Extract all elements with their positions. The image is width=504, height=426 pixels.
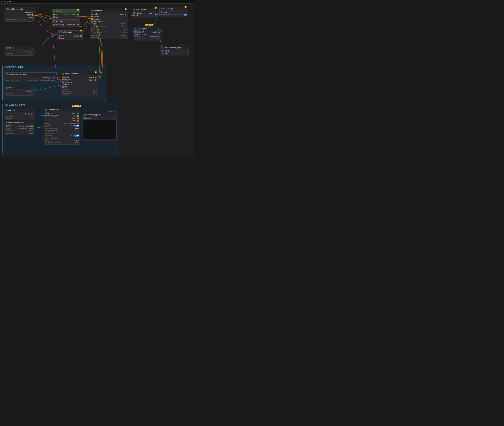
image-to-text-group-title: IMAGE TO TEXT: [4, 104, 26, 107]
node-canvas[interactable]: CONQUER: [0, 0, 194, 158]
save-image-body: images filename_prefix 6: [160, 10, 188, 17]
clip-output: CLIP: [5, 14, 34, 16]
rgthree-label2: rgthree-comfy: [109, 110, 116, 112]
negative-node: Negative conditioning CONDITIONING: [52, 19, 80, 27]
latent-out[interactable]: [125, 14, 126, 15]
load-checkpoint-header: Load Checkpoint: [5, 7, 34, 11]
vae-decode-header: VAE Decode: [132, 8, 158, 11]
color-image-out[interactable]: [158, 32, 160, 33]
get-tile-3-node: Get_Tile IMAGE ◀ Constant Tile ▶ ▲ flore…: [5, 109, 34, 120]
model-socket[interactable]: [31, 12, 33, 14]
image-comparer-title: Image Comparer (rgthree): [164, 47, 182, 49]
florence2run-header: Florence2Run: [44, 108, 80, 111]
positive-indicator: [53, 10, 55, 12]
positive-body: clip CONDITIONING text: [52, 13, 80, 19]
image-target-in[interactable]: [134, 34, 136, 35]
get-tile-2-indicator: [6, 87, 7, 89]
control-net-out[interactable]: [53, 77, 55, 78]
vae-decode-emoji: 🌟: [154, 7, 157, 9]
source-in[interactable]: [84, 117, 86, 119]
text-in-socket[interactable]: [53, 16, 55, 18]
load-controlnet-node: Load ControlNet Model CONTROL_NET ◀ cont…: [5, 72, 56, 82]
right-in[interactable]: [162, 50, 163, 52]
do-sample-toggle[interactable]: [74, 135, 79, 137]
image-comparer-indicator: [162, 47, 163, 49]
conditioning-in-socket[interactable]: [53, 24, 55, 26]
negative-header: Negative: [52, 20, 80, 23]
model-output: MODEL: [5, 11, 34, 14]
florence2run-title: Florence2Run: [48, 109, 59, 111]
display-any-node: Display Any (rgthree) source rgthree-com…: [82, 113, 117, 141]
clip-socket[interactable]: [31, 14, 33, 16]
node-indicator: [6, 8, 7, 10]
get-tile-2-node: Get_Tile IMAGE ◀ Constant Tile ▶: [5, 86, 34, 96]
display-any-body: source: [83, 116, 116, 141]
image-out[interactable]: [155, 13, 156, 14]
florence2-model-out[interactable]: [31, 125, 33, 127]
image-tile2-out[interactable]: [31, 91, 32, 92]
left-in[interactable]: [162, 53, 163, 54]
acn-positive-out[interactable]: [95, 77, 96, 78]
acn-negative-in[interactable]: [62, 79, 64, 80]
get-tile-2-header: Get_Tile: [5, 86, 34, 89]
color-match-title: Color Match: [137, 28, 147, 29]
f2-image-out[interactable]: [77, 113, 79, 114]
vae-in[interactable]: [133, 15, 135, 16]
negative-in[interactable]: [91, 18, 93, 20]
latent-encode-out[interactable]: [80, 35, 82, 37]
acn-vae-in[interactable]: [62, 86, 64, 88]
get-tile-3-body: IMAGE ◀ Constant Tile ▶ ▲ florence2: [5, 112, 34, 120]
vae-decode-title: VAE Decode: [136, 8, 146, 11]
apply-controlnet-title: Apply ControlNet: [65, 73, 79, 75]
f2-caption-out[interactable]: [77, 118, 79, 119]
display-any-header: Display Any (rgthree): [83, 113, 116, 116]
conditioning-input: conditioning CONDITIONING: [52, 23, 80, 26]
acn-image-in[interactable]: [62, 84, 64, 85]
apply-controlnet-emoji: 🌟: [95, 71, 97, 73]
filename-prefix-field[interactable]: [171, 14, 183, 15]
clip-in-socket[interactable]: [53, 14, 55, 15]
f2-image-in[interactable]: [45, 113, 47, 114]
positive-in[interactable]: [91, 16, 93, 17]
vae-decode-body: samples vae IMAGE: [132, 11, 158, 17]
controlnet-group-title: CONTROLNET: [4, 66, 24, 69]
ksampler-title: KSampler: [94, 10, 102, 12]
florence2-sub-label: ▲ florence2: [5, 117, 34, 120]
ksampler-body: model positive negative latent_image LAT…: [90, 12, 128, 39]
acn-control-net-in[interactable]: [62, 81, 64, 83]
display-any-indicator: [84, 114, 86, 116]
model-in[interactable]: [91, 14, 93, 15]
vae-encode-in[interactable]: [59, 37, 60, 39]
load-checkpoint-title: Load Checkpoint: [8, 8, 23, 10]
f2-model-in[interactable]: [45, 115, 47, 117]
conditioning-out-socket2[interactable]: [77, 24, 79, 26]
images-in[interactable]: [161, 11, 162, 13]
f2-mask-out[interactable]: [77, 115, 79, 117]
get-tile-3-header: Get_Tile: [5, 109, 34, 112]
ksampler-emoji: 🌟: [124, 8, 127, 10]
ksampler-indicator: [91, 10, 93, 12]
save-image-indicator: [161, 8, 162, 9]
conditioning-out-socket[interactable]: [77, 14, 79, 15]
get-tile-1-body: IMAGE ◀ Constant Tile ▶: [5, 50, 34, 56]
samples-in[interactable]: [133, 12, 135, 14]
fill-mask-toggle[interactable]: [74, 125, 79, 127]
florence2run-node: Florence2Run image florence2_model image…: [44, 108, 80, 144]
image-comparer-body: RIGHT LEFT: [161, 49, 188, 55]
lora-in[interactable]: [6, 125, 7, 127]
app-title: CONQUER: [1, 1, 14, 3]
acn-positive-in[interactable]: [62, 77, 64, 78]
acn-negative-out[interactable]: [95, 79, 96, 81]
vae-socket[interactable]: [31, 17, 33, 18]
load-checkpoint-body: MODEL CLIP VAE ◀ ckpt_name FLUX/flux1-de…: [5, 11, 34, 21]
get-tile-2-title: Get_Tile: [8, 87, 15, 89]
kjnodes-badge: KJNodes: [145, 24, 153, 26]
load-checkpoint-node: Load Checkpoint MODEL CLIP VAE ◀ ckpt_na…: [5, 7, 35, 22]
florence2run-body: image florence2_model image mask caption…: [44, 111, 80, 144]
latent-in[interactable]: [91, 21, 93, 22]
image-tile3-out[interactable]: [31, 113, 32, 115]
pixels-in[interactable]: [59, 35, 60, 36]
f2-data-out[interactable]: [77, 120, 79, 122]
image-tile1-out[interactable]: [31, 51, 32, 52]
image-ref-in[interactable]: [134, 31, 136, 33]
